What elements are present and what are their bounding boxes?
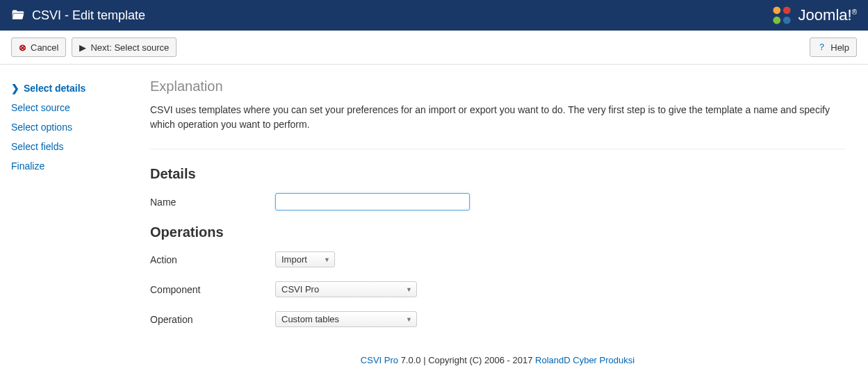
sidebar-item-label: Select fields	[11, 141, 63, 152]
name-input[interactable]	[275, 193, 470, 210]
name-label: Name	[150, 197, 275, 208]
sidebar-item-label: Select details	[24, 83, 86, 94]
operation-select[interactable]: Custom tables ▼	[275, 311, 417, 327]
sidebar: ❯ Select details Select source Select op…	[11, 78, 129, 373]
operation-value: Custom tables	[281, 314, 339, 324]
chevron-down-icon: ▼	[406, 286, 412, 293]
joomla-logo: Joomla!®	[769, 3, 857, 28]
component-value: CSVI Pro	[281, 284, 319, 295]
next-label: Next: Select source	[90, 42, 169, 53]
chevron-right-icon: ❯	[11, 83, 19, 94]
header-left: CSVI - Edit template	[11, 8, 145, 23]
action-label: Action	[150, 254, 275, 265]
sidebar-item-select-source[interactable]: Select source	[11, 98, 129, 117]
sidebar-item-label: Select options	[11, 122, 72, 133]
page-title: CSVI - Edit template	[32, 8, 145, 23]
footer-link-csvi[interactable]: CSVI Pro	[361, 355, 398, 365]
divider	[150, 149, 845, 149]
svg-point-0	[773, 6, 780, 14]
action-select[interactable]: Import ▼	[275, 251, 335, 267]
sidebar-item-finalize[interactable]: Finalize	[11, 156, 129, 176]
cancel-label: Cancel	[31, 42, 58, 53]
sidebar-item-select-options[interactable]: Select options	[11, 117, 129, 137]
sidebar-item-label: Finalize	[11, 160, 44, 172]
next-button[interactable]: ▶ Next: Select source	[72, 38, 177, 57]
sidebar-item-select-details[interactable]: ❯ Select details	[11, 78, 129, 98]
details-heading: Details	[150, 166, 845, 182]
toolbar-right: ？ Help	[810, 38, 857, 57]
sidebar-item-select-fields[interactable]: Select fields	[11, 137, 129, 156]
action-value: Import	[281, 254, 307, 265]
explanation-title: Explanation	[150, 78, 845, 94]
svg-point-1	[783, 6, 790, 14]
component-row: Component CSVI Pro ▼	[150, 281, 845, 297]
help-icon: ？	[817, 41, 826, 53]
play-icon: ▶	[79, 42, 86, 53]
chevron-down-icon: ▼	[406, 316, 412, 323]
chevron-down-icon: ▼	[324, 256, 330, 263]
cancel-icon: ⊗	[19, 42, 26, 53]
footer-link-roland[interactable]: RolandD Cyber Produksi	[535, 355, 634, 365]
footer: CSVI Pro 7.0.0 | Copyright (C) 2006 - 20…	[150, 341, 845, 373]
svg-point-3	[783, 17, 790, 24]
toolbar-left: ⊗ Cancel ▶ Next: Select source	[11, 38, 177, 57]
folder-open-icon	[11, 8, 25, 22]
joomla-brand-text: Joomla!®	[799, 6, 857, 24]
main: ❯ Select details Select source Select op…	[0, 65, 868, 373]
component-select[interactable]: CSVI Pro ▼	[275, 281, 417, 297]
component-label: Component	[150, 284, 275, 295]
help-label: Help	[830, 42, 849, 53]
cancel-button[interactable]: ⊗ Cancel	[11, 38, 66, 57]
name-row: Name	[150, 193, 845, 210]
sidebar-item-label: Select source	[11, 102, 70, 113]
svg-point-2	[773, 17, 780, 24]
operations-heading: Operations	[150, 224, 845, 240]
explanation-text: CSVI uses templates where you can set yo…	[150, 103, 845, 132]
content: Explanation CSVI uses templates where yo…	[150, 78, 845, 373]
joomla-mark-icon	[769, 3, 794, 28]
operation-label: Operation	[150, 314, 275, 325]
app-header: CSVI - Edit template Joomla!®	[0, 0, 868, 31]
operation-row: Operation Custom tables ▼	[150, 311, 845, 327]
toolbar: ⊗ Cancel ▶ Next: Select source ？ Help	[0, 31, 868, 65]
action-row: Action Import ▼	[150, 251, 845, 267]
footer-middle: 7.0.0 | Copyright (C) 2006 - 2017	[398, 355, 535, 365]
help-button[interactable]: ？ Help	[810, 38, 857, 57]
